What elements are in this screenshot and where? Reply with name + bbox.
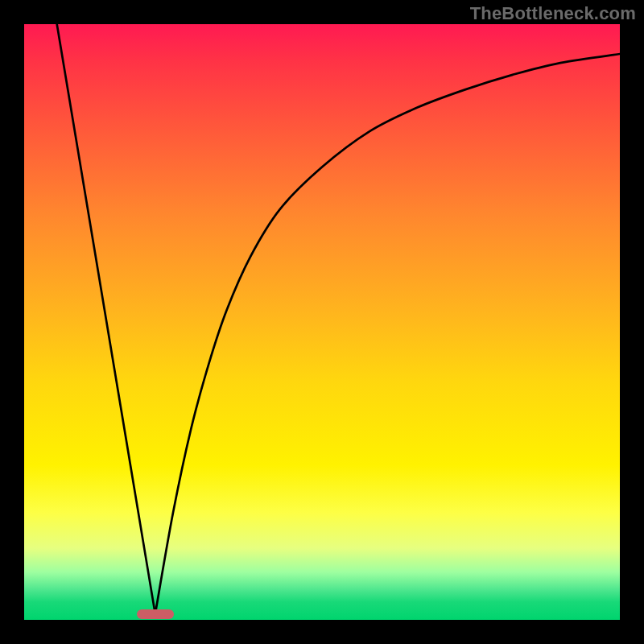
bottleneck-marker — [137, 609, 174, 619]
left-branch-line — [57, 24, 155, 614]
right-curve-line — [155, 54, 620, 614]
watermark-text: TheBottleneck.com — [470, 3, 636, 24]
curve-layer — [24, 24, 620, 620]
chart-frame: TheBottleneck.com — [0, 0, 644, 644]
plot-area — [24, 24, 620, 620]
